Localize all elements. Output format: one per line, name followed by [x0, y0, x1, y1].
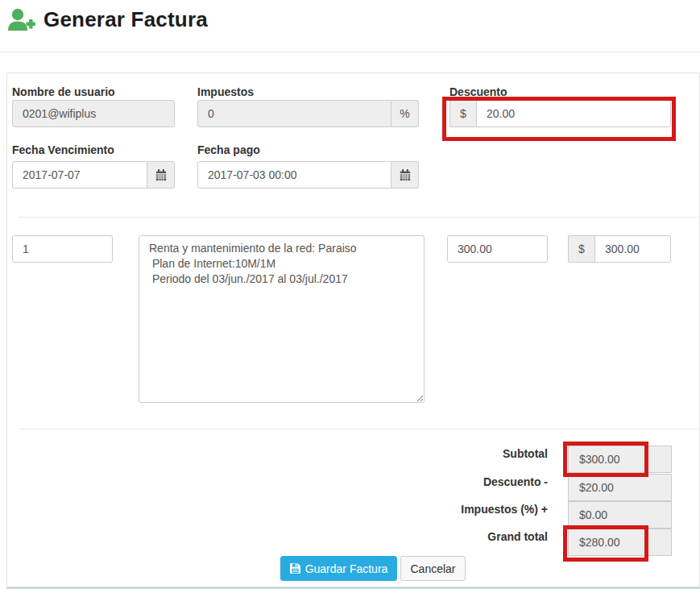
dollar-addon-discount: $	[449, 100, 476, 127]
percent-addon: %	[391, 100, 419, 127]
grand-total-label: Grand total	[322, 530, 548, 543]
cancel-button[interactable]: Cancelar	[400, 556, 466, 581]
calendar-icon	[400, 169, 411, 181]
save-floppy-icon	[290, 563, 300, 574]
username-label: Nombre de usuario	[12, 85, 115, 98]
taxes-total-label: Impuestos (%) +	[322, 503, 548, 516]
due-date-label: Fecha Vencimiento	[12, 143, 114, 156]
subtotal-value: $300.00	[568, 446, 672, 473]
discount-label: Descuento	[449, 85, 507, 98]
section-divider-bottom	[19, 429, 700, 429]
page-header: Generar Factura	[6, 3, 208, 35]
taxes-total-value: $0.00	[568, 501, 672, 529]
line-amount-input[interactable]	[594, 235, 671, 263]
subtotal-label: Subtotal	[322, 447, 548, 460]
due-date-input[interactable]	[12, 161, 147, 189]
payment-date-calendar-addon[interactable]	[391, 161, 419, 189]
page-title: Generar Factura	[43, 7, 208, 32]
unit-price-input[interactable]	[447, 235, 548, 263]
save-invoice-button[interactable]: Guardar Factura	[280, 556, 397, 581]
grand-total-value: $280.00	[568, 529, 672, 556]
taxes-input	[197, 100, 391, 127]
username-input	[12, 100, 175, 127]
calendar-icon	[155, 169, 167, 181]
dollar-addon-amount: $	[568, 235, 594, 263]
discount-total-label: Descuento -	[322, 475, 548, 488]
taxes-label: Impuestos	[197, 85, 254, 98]
discount-total-value: $20.00	[568, 474, 672, 501]
quantity-input[interactable]	[12, 235, 113, 263]
user-plus-icon	[6, 7, 35, 31]
generate-invoice-page: Generar Factura Nombre de usuario Impues…	[0, 0, 700, 593]
discount-input[interactable]	[476, 100, 671, 127]
due-date-calendar-addon[interactable]	[147, 161, 175, 189]
payment-date-label: Fecha pago	[197, 143, 260, 156]
payment-date-input[interactable]	[197, 161, 391, 189]
cancel-button-label: Cancelar	[410, 562, 455, 575]
section-divider-top	[19, 217, 700, 218]
header-divider	[0, 52, 700, 52]
item-description-textarea[interactable]: Renta y mantenimiento de la red: Paraiso…	[139, 235, 425, 403]
save-button-label: Guardar Factura	[305, 562, 388, 575]
